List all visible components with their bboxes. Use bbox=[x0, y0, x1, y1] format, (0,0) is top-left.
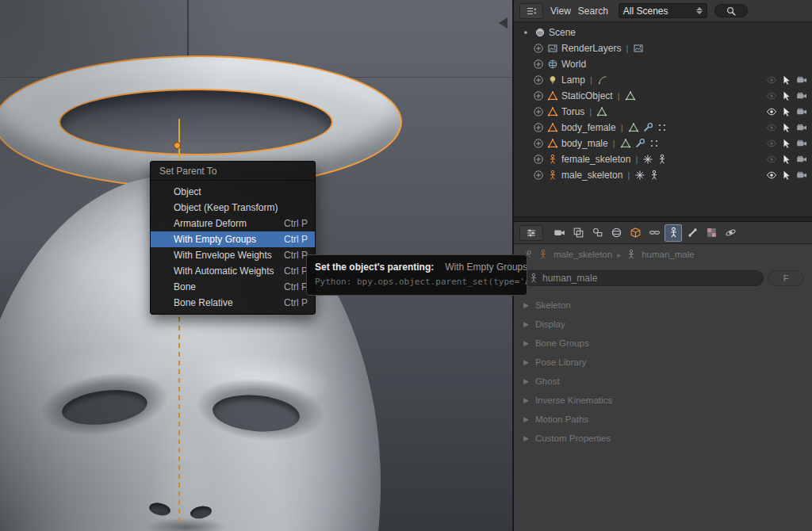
plus-circle-icon[interactable] bbox=[533, 138, 544, 149]
lamp-icon bbox=[547, 74, 558, 86]
outliner-label: Scene bbox=[549, 27, 576, 38]
outliner-row-world[interactable]: World bbox=[514, 56, 812, 72]
cursor-icon[interactable] bbox=[781, 138, 792, 149]
outliner-row-torus[interactable]: Torus| bbox=[514, 104, 812, 120]
properties-tab-cube[interactable] bbox=[626, 224, 644, 242]
plus-circle-icon[interactable] bbox=[533, 74, 544, 86]
outliner-label: body_female bbox=[561, 122, 616, 133]
plus-circle-icon[interactable] bbox=[533, 43, 544, 54]
camera-icon[interactable] bbox=[796, 170, 807, 181]
eye-icon[interactable] bbox=[766, 74, 777, 86]
outliner-label: Lamp bbox=[561, 74, 585, 86]
section-pose-library[interactable]: ▶Pose Library bbox=[523, 353, 812, 372]
outliner-row-renderlayers[interactable]: RenderLayers| bbox=[514, 40, 812, 56]
cursor-icon[interactable] bbox=[781, 122, 792, 133]
plus-circle-icon[interactable] bbox=[533, 59, 544, 70]
eye-icon[interactable] bbox=[766, 170, 777, 181]
collapse-arrow-icon: ▶ bbox=[523, 396, 529, 404]
menu-item-with-empty-groups[interactable]: With Empty GroupsCtrl P bbox=[151, 231, 315, 247]
section-custom-properties[interactable]: ▶Custom Properties bbox=[523, 429, 812, 448]
panel-divider[interactable] bbox=[514, 216, 812, 222]
outliner-row-staticobject[interactable]: StaticObject| bbox=[514, 88, 812, 104]
section-display[interactable]: ▶Display bbox=[523, 315, 812, 334]
breadcrumb-data[interactable]: human_male bbox=[642, 250, 694, 259]
right-panel-column: View Search All Scenes SceneRenderLayers… bbox=[514, 0, 812, 531]
properties-tab-camera[interactable] bbox=[550, 224, 568, 242]
eye-icon[interactable] bbox=[766, 90, 777, 101]
outliner-row-female-skeleton[interactable]: female_skeleton| bbox=[514, 151, 812, 167]
outliner-row-body-male[interactable]: body_male| bbox=[514, 136, 812, 151]
section-inverse-kinematics[interactable]: ▶Inverse Kinematics bbox=[523, 391, 812, 410]
camera-icon[interactable] bbox=[796, 90, 807, 101]
properties-tab-physics[interactable] bbox=[722, 224, 739, 242]
menu-item-shortcut: Ctrl P bbox=[284, 218, 308, 229]
outliner-label: male_skeleton bbox=[561, 170, 622, 181]
camera-icon[interactable] bbox=[796, 154, 807, 165]
cursor-icon[interactable] bbox=[781, 106, 792, 117]
menu-item-label: Object bbox=[174, 186, 201, 197]
outliner-tree: SceneRenderLayers|WorldLamp|StaticObject… bbox=[514, 22, 812, 183]
restrict-toggles bbox=[766, 154, 812, 165]
menu-item-with-envelope-weights[interactable]: With Envelope WeightsCtrl P bbox=[151, 247, 315, 263]
editor-type-button[interactable] bbox=[519, 3, 543, 19]
plus-circle-icon[interactable] bbox=[533, 90, 544, 101]
properties-tab-world[interactable] bbox=[607, 224, 625, 242]
section-motion-paths[interactable]: ▶Motion Paths bbox=[523, 410, 812, 429]
cursor-icon[interactable] bbox=[781, 90, 792, 101]
menu-item-shortcut: Ctrl P bbox=[284, 234, 308, 245]
outliner-row-scene[interactable]: Scene bbox=[514, 25, 812, 40]
display-mode-dropdown[interactable]: All Scenes bbox=[619, 3, 707, 18]
eye-icon[interactable] bbox=[766, 154, 777, 165]
eye-icon[interactable] bbox=[766, 122, 777, 133]
eye-icon[interactable] bbox=[766, 106, 777, 117]
collapse-arrow-icon: ▶ bbox=[523, 377, 529, 385]
menu-view[interactable]: View bbox=[550, 6, 571, 17]
properties-tab-chain[interactable] bbox=[645, 224, 663, 242]
armature-data-icon bbox=[649, 170, 660, 181]
breadcrumb-object[interactable]: male_skeleton bbox=[553, 250, 612, 259]
fake-user-button[interactable]: F bbox=[768, 270, 804, 286]
properties-tab-layers[interactable] bbox=[569, 224, 587, 242]
section-skeleton[interactable]: ▶Skeleton bbox=[523, 296, 812, 315]
outliner-search-input[interactable] bbox=[714, 4, 748, 17]
menu-item-object[interactable]: Object bbox=[151, 184, 315, 200]
menu-item-bone-relative[interactable]: Bone RelativeCtrl P bbox=[151, 295, 315, 311]
outliner-row-male-skeleton[interactable]: male_skeleton| bbox=[514, 167, 812, 183]
mesh-obj-icon bbox=[547, 90, 558, 101]
outliner-row-lamp[interactable]: Lamp| bbox=[514, 72, 812, 88]
properties-tab-scene[interactable] bbox=[588, 224, 606, 242]
pose-icon bbox=[634, 170, 645, 181]
menu-search[interactable]: Search bbox=[578, 6, 608, 17]
menu-item-bone[interactable]: BoneCtrl P bbox=[151, 279, 315, 295]
plus-circle-icon[interactable] bbox=[533, 106, 544, 117]
menu-item-with-automatic-weights[interactable]: With Automatic WeightsCtrl P bbox=[151, 263, 315, 279]
menu-item-armature-deform[interactable]: Armature DeformCtrl P bbox=[151, 216, 315, 231]
plus-circle-icon[interactable] bbox=[533, 170, 544, 181]
datablock-name-input[interactable] bbox=[542, 273, 757, 284]
region-collapse-arrow-icon[interactable] bbox=[499, 17, 508, 29]
camera-icon[interactable] bbox=[796, 138, 807, 149]
properties-editor-type-button[interactable] bbox=[519, 225, 543, 241]
object-center-dashed-line bbox=[178, 317, 180, 523]
camera-icon[interactable] bbox=[796, 106, 807, 117]
outliner-row-body-female[interactable]: body_female| bbox=[514, 120, 812, 136]
property-sections: ▶Skeleton▶Display▶Bone Groups▶Pose Libra… bbox=[514, 289, 812, 448]
section-ghost[interactable]: ▶Ghost bbox=[523, 372, 812, 391]
properties-tab-person[interactable] bbox=[665, 224, 682, 242]
camera-icon[interactable] bbox=[796, 122, 807, 133]
eye-icon[interactable] bbox=[766, 138, 777, 149]
plus-circle-icon[interactable] bbox=[533, 154, 544, 165]
tab-scene-icon bbox=[592, 227, 603, 239]
properties-tab-bone[interactable] bbox=[684, 224, 701, 242]
cursor-icon[interactable] bbox=[781, 154, 792, 165]
cursor-icon[interactable] bbox=[781, 170, 792, 181]
camera-icon[interactable] bbox=[796, 74, 807, 86]
menu-item-object-keep-transform[interactable]: Object (Keep Transform) bbox=[151, 200, 315, 216]
cursor-icon[interactable] bbox=[781, 74, 792, 86]
properties-tab-checker[interactable] bbox=[703, 224, 720, 242]
wrench-icon bbox=[642, 122, 653, 133]
outliner-separator: | bbox=[618, 91, 620, 101]
plus-circle-icon[interactable] bbox=[533, 122, 544, 133]
section-bone-groups[interactable]: ▶Bone Groups bbox=[523, 334, 812, 353]
restrict-toggles bbox=[766, 74, 812, 86]
